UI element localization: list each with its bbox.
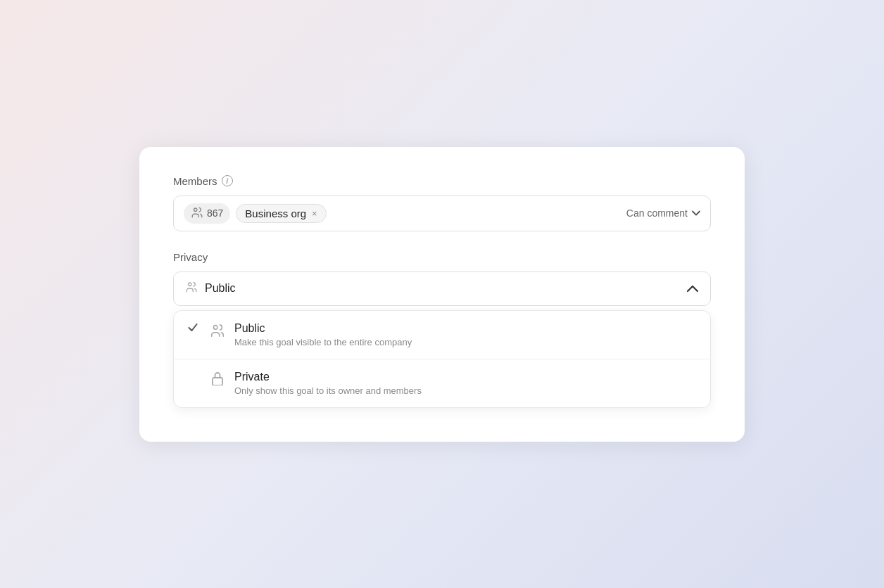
privacy-label-text: Privacy [173,251,208,263]
can-comment-label: Can comment [626,207,688,219]
dropdown-item-private[interactable]: ✓ Private Only show this goal to its own… [174,359,710,407]
dropdown-item-private-title: Private [234,371,696,383]
dropdown-item-public-title: Public [234,322,696,335]
dropdown-item-public-text: Public Make this goal visible to the ent… [234,322,696,347]
privacy-select-button[interactable]: Public [173,271,711,306]
privacy-section-label: Privacy [173,251,711,263]
svg-point-0 [194,208,198,212]
members-section-label: Members i [173,175,711,187]
dropdown-item-public-desc: Make this goal visible to the entire com… [234,337,696,347]
dropdown-item-private-text: Private Only show this goal to its owner… [234,371,696,396]
member-count: 867 [207,207,223,219]
members-chip-area: 867 Business org × [184,203,626,224]
dropdown-item-private-desc: Only show this goal to its owner and mem… [234,385,696,396]
members-label-text: Members [173,175,217,187]
members-info-icon[interactable]: i [222,175,233,186]
can-comment-button[interactable]: Can comment [626,207,700,219]
privacy-group-icon [185,281,198,297]
svg-rect-3 [213,378,222,385]
check-icon [188,323,205,334]
dropdown-item-public[interactable]: Public Make this goal visible to the ent… [174,311,710,359]
modal-card: Members i 867 Business org × [139,147,745,442]
org-tag-label: Business org [245,207,306,219]
svg-point-1 [189,283,192,286]
org-tag[interactable]: Business org × [236,204,326,223]
group-icon [191,206,203,221]
public-group-icon [208,323,227,338]
privacy-dropdown-menu: Public Make this goal visible to the ent… [173,310,711,408]
private-lock-icon [208,371,227,385]
org-tag-close-button[interactable]: × [312,209,317,218]
svg-point-2 [214,325,218,329]
can-comment-chevron-icon [692,208,700,218]
privacy-chevron-icon [686,281,699,296]
member-count-badge: 867 [184,203,230,224]
members-input-row[interactable]: 867 Business org × Can comment [173,196,711,231]
privacy-selected-label: Public [205,282,686,295]
